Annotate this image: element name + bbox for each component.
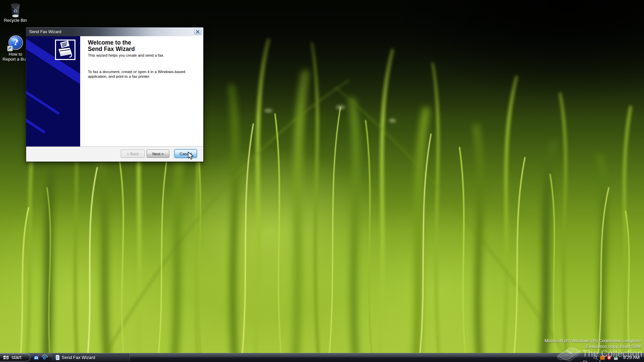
watermark-line1: Microsoft (R) Windows (R) Codename Longh… <box>544 338 641 344</box>
window-title: Send Fax Wizard <box>29 27 61 36</box>
magnifier-tray-icon[interactable] <box>593 355 598 360</box>
body-line2: application, and print to a fax printer. <box>88 74 150 78</box>
start-button[interactable]: start <box>0 353 30 361</box>
outlook-express-icon[interactable] <box>34 355 39 360</box>
close-icon <box>196 30 200 34</box>
svg-text:♻: ♻ <box>13 8 17 14</box>
taskbar: start e Send Fax Wizard <box>0 353 644 362</box>
body-line1: To fax a document, create or open it in … <box>88 70 185 74</box>
back-button[interactable]: < Back <box>121 149 145 158</box>
recycle-bin-icon: ♻ <box>8 2 22 18</box>
windows-flag-icon <box>3 354 9 360</box>
wizard-main-panel: Welcome to the Send Fax Wizard This wiza… <box>80 36 203 147</box>
system-tray: 9:29 AM <box>593 353 644 362</box>
watermark-line2: Evaluation copy. Build 5098 <box>544 344 641 349</box>
desktop-icon-recycle-bin[interactable]: ♻ Recycle Bin <box>0 2 31 23</box>
fax-document-icon <box>55 355 60 360</box>
start-button-label: start <box>11 354 21 361</box>
security-alert-shield-icon[interactable] <box>606 355 612 360</box>
wizard-button-strip: < Back Next > Cancel <box>26 146 203 162</box>
wizard-watermark-panel <box>26 36 80 147</box>
wizard-content: Welcome to the Send Fax Wizard This wiza… <box>26 36 203 147</box>
help-question-icon: ? <box>7 35 24 52</box>
task-button-label: Send Fax Wizard <box>62 355 95 360</box>
safely-remove-hardware-icon[interactable] <box>613 355 619 360</box>
send-fax-wizard-window: Send Fax Wizard <box>26 27 204 162</box>
internet-explorer-icon[interactable]: e <box>42 354 48 361</box>
fax-printer-icon <box>55 40 75 60</box>
close-button[interactable] <box>194 29 201 35</box>
taskbar-task-send-fax-wizard[interactable]: Send Fax Wizard <box>52 354 130 361</box>
taskbar-clock[interactable]: 9:29 AM <box>623 355 640 360</box>
fax-printer-glyph <box>56 41 74 59</box>
recycle-bin-label: Recycle Bin <box>0 18 31 23</box>
heading-line2: Send Fax Wizard <box>88 46 135 52</box>
svg-text:?: ? <box>13 38 18 47</box>
quick-launch-bar: e <box>34 353 48 362</box>
evaluation-watermark: Microsoft (R) Windows (R) Codename Longh… <box>544 338 641 349</box>
titlebar[interactable]: Send Fax Wizard <box>26 27 203 36</box>
heading-line1: Welcome to the <box>88 39 131 46</box>
wizard-body-text: To fax a document, create or open it in … <box>88 70 185 79</box>
cancel-button[interactable]: Cancel <box>174 149 197 158</box>
next-button[interactable]: Next > <box>147 149 169 158</box>
firewall-crate-tray-icon[interactable] <box>600 355 605 360</box>
wizard-intro-text: This wizard helps you create and send a … <box>88 53 164 57</box>
wizard-heading: Welcome to the Send Fax Wizard <box>88 40 135 52</box>
